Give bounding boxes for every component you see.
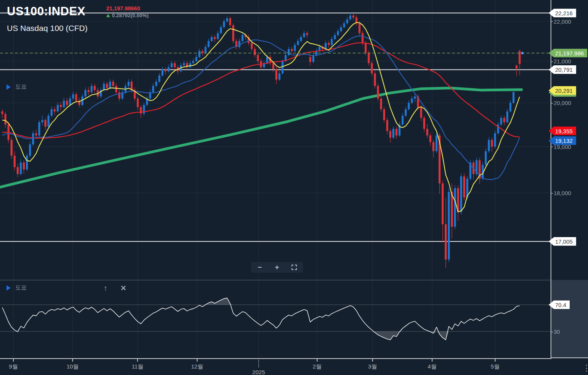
plus-icon: + [275,263,279,272]
indicator-axis-panel [551,280,588,358]
legend-label: 도표 [15,284,27,291]
up-arrow-icon [106,14,110,17]
zoom-out-button[interactable]: − [252,263,267,272]
fullscreen-button[interactable] [287,263,302,272]
time-tick [372,359,373,362]
legend-arrow-icon [6,84,11,90]
time-tick [495,359,496,362]
time-label: 11월 [132,363,144,370]
up-arrow-icon: ↑ [104,284,107,292]
legend-label: 도표 [15,83,27,91]
fullscreen-icon [292,265,297,270]
indicator-legend[interactable]: 도표 [6,284,27,291]
remove-indicator-button[interactable]: ✕ [120,284,126,292]
price-level-pill: 19,355 [549,126,576,135]
last-price: 21,197.98660 [106,5,206,11]
price-tick-label: 20,000 [554,100,571,106]
close-icon: ✕ [120,284,126,292]
current-price-pill: 21,197.986 [549,48,587,57]
price-level-pill: 20,291 [549,86,576,95]
time-tick [137,359,138,362]
time-tick [432,359,432,362]
change-value: 0.28792(0.00%) [112,13,149,18]
price-tick-label: 22,000 [554,18,571,24]
legend-arrow-icon [6,285,11,291]
price-tick-label: 18,000 [554,190,571,196]
zoom-in-button[interactable]: + [269,263,285,272]
year-label: 2025 [252,369,265,375]
time-label: 3월 [368,363,377,370]
year-dotted-tick [258,360,259,367]
main-chart-legend[interactable]: 도표 [6,83,27,91]
chart-zoom-toolbar: − + [251,262,303,273]
time-label: 10월 [66,363,79,370]
time-label: 4월 [428,363,436,370]
rsi-tick-label: 30 [554,328,560,335]
price-level-pill: 17,005 [549,237,576,246]
price-level-pill: 22,216 [549,9,576,18]
price-change: 0.28792(0.00%) [106,13,206,18]
time-axis-separator [0,358,551,359]
panel-separator [0,280,588,280]
price-level-pill: 19,132 [549,136,576,145]
time-label: 12월 [191,363,203,370]
time-tick [13,359,14,362]
time-label: 5월 [491,363,499,370]
time-label: 9월 [9,363,18,370]
price-level-pill: 20,791 [549,65,576,74]
rsi-indicator-chart[interactable] [0,280,551,358]
time-tick [197,359,198,362]
move-indicator-up-button[interactable]: ↑ [104,284,107,292]
trading-chart-window: 22,00021,00020,00019,00018,0003022,21621… [0,0,588,375]
minus-icon: − [258,263,262,272]
main-price-chart[interactable] [0,0,551,280]
price-tick-label: 21,000 [554,58,571,65]
time-label: 2월 [313,363,321,370]
time-tick [72,359,73,362]
more-icon[interactable]: ⋮ [582,364,588,373]
quote-block: 21,197.98660 0.28792(0.00%) [106,5,206,18]
time-tick [317,359,317,362]
